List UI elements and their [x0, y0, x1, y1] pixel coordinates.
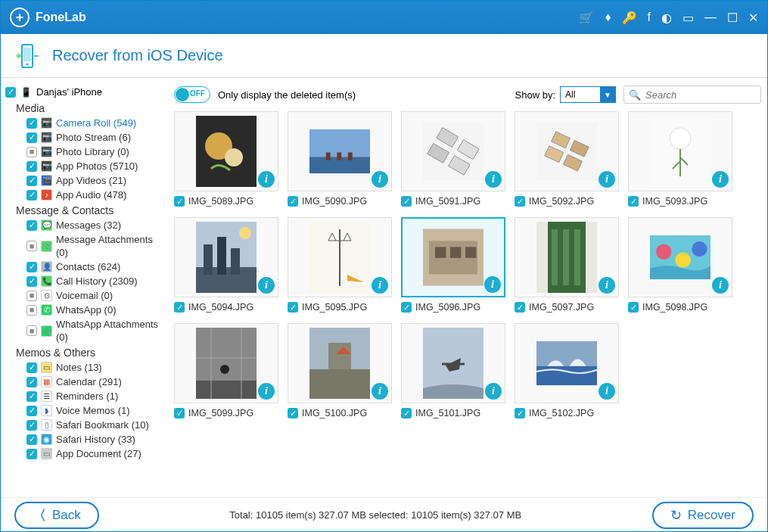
cart-icon[interactable]: 🛒 [579, 11, 594, 25]
info-icon[interactable]: i [372, 277, 388, 294]
thumbnail-image[interactable]: i [174, 217, 278, 297]
thumbnail[interactable]: i✓IMG_5097.JPG [515, 217, 619, 313]
checkbox[interactable]: ✓ [26, 220, 37, 231]
checkbox[interactable]: ✓ [26, 377, 37, 387]
checkbox[interactable]: ✓ [26, 449, 37, 459]
info-icon[interactable]: i [372, 171, 388, 188]
checkbox[interactable]: ✓ [26, 276, 37, 287]
info-icon[interactable]: i [599, 277, 615, 294]
thumbnail-checkbox[interactable]: ✓ [401, 302, 412, 313]
sidebar-message-2[interactable]: ✓👤Contacts (624) [5, 260, 160, 274]
thumbnail[interactable]: i✓IMG_5089.JPG [174, 111, 278, 207]
checkbox[interactable]: ✓ [26, 161, 37, 172]
sidebar-message-3[interactable]: ✓📞Call History (2309) [5, 274, 160, 288]
checkbox[interactable]: ✓ [26, 406, 37, 416]
back-button[interactable]: 〈 Back [14, 502, 99, 529]
sidebar-memos-0[interactable]: ✓▭Notes (13) [5, 360, 160, 375]
thumbnail-checkbox[interactable]: ✓ [174, 196, 185, 207]
sidebar-media-1[interactable]: ✓📷Photo Stream (6) [5, 130, 160, 145]
minimize-button[interactable]: — [704, 11, 717, 24]
info-icon[interactable]: i [712, 171, 729, 188]
sidebar-message-0[interactable]: ✓💬Messages (32) [5, 218, 160, 232]
checkbox[interactable]: ✓ [26, 190, 37, 201]
thumbnail-image[interactable]: i [515, 111, 619, 191]
thumbnail-checkbox[interactable]: ✓ [174, 302, 185, 313]
thumbnail-image[interactable]: i [174, 111, 278, 191]
thumbnail-image[interactable]: i [628, 111, 732, 191]
showby-dropdown[interactable]: All ▼ [560, 86, 616, 103]
thumbnail-image[interactable]: i [401, 217, 505, 297]
thumbnail-checkbox[interactable]: ✓ [288, 408, 298, 418]
sidebar-message-1[interactable]: ■📎Message Attachments (0) [5, 232, 160, 260]
checkbox[interactable]: ✓ [26, 132, 37, 143]
checkbox[interactable]: ■ [26, 305, 37, 316]
thumbnail-image[interactable]: i [174, 323, 278, 403]
checkbox[interactable]: ✓ [26, 176, 37, 186]
checkbox[interactable]: ■ [26, 241, 37, 251]
thumbnail-checkbox[interactable]: ✓ [288, 302, 298, 313]
sidebar-memos-1[interactable]: ✓▦Calendar (291) [5, 375, 160, 389]
diamond-icon[interactable]: ♦ [605, 11, 611, 24]
thumbnail-image[interactable]: i [515, 217, 619, 297]
device-checkbox[interactable]: ✓ [5, 87, 16, 98]
info-icon[interactable]: i [712, 277, 729, 294]
thumbnail[interactable]: i✓IMG_5102.JPG [515, 323, 619, 418]
thumbnail[interactable]: i✓IMG_5101.JPG [401, 323, 505, 418]
thumbnail[interactable]: i✓IMG_5098.JPG [628, 217, 732, 313]
sidebar-memos-5[interactable]: ✓◉Safari History (33) [5, 432, 160, 446]
info-icon[interactable]: i [485, 383, 502, 400]
sidebar-media-4[interactable]: ✓🎬App Videos (21) [5, 173, 160, 188]
info-icon[interactable]: i [599, 383, 615, 400]
checkbox[interactable]: ✓ [26, 362, 37, 373]
thumbnail[interactable]: i✓IMG_5093.JPG [628, 111, 732, 207]
checkbox[interactable]: ✓ [26, 420, 37, 431]
thumbnail-checkbox[interactable]: ✓ [401, 196, 412, 207]
thumbnail-checkbox[interactable]: ✓ [174, 408, 185, 418]
info-icon[interactable]: i [372, 383, 388, 400]
info-icon[interactable]: i [258, 171, 275, 188]
close-button[interactable]: ✕ [748, 11, 758, 25]
sidebar-memos-2[interactable]: ✓☰Reminders (1) [5, 389, 160, 403]
thumbnail-image[interactable]: i [401, 111, 505, 191]
thumbnail-checkbox[interactable]: ✓ [401, 408, 412, 418]
sidebar-message-5[interactable]: ■✆WhatsApp (0) [5, 303, 160, 317]
thumbnail-image[interactable]: i [628, 217, 732, 297]
sidebar-media-0[interactable]: ✓📷Camera Roll (549) [5, 116, 160, 130]
maximize-button[interactable]: ☐ [727, 11, 738, 25]
search-box[interactable]: 🔍 [623, 86, 761, 104]
checkbox[interactable]: ✓ [26, 262, 37, 272]
sidebar-memos-3[interactable]: ✓◗Voice Memos (1) [5, 403, 160, 418]
thumbnail[interactable]: i✓IMG_5091.JPG [401, 111, 505, 207]
sidebar-media-3[interactable]: ✓📷App Photos (5710) [5, 159, 160, 173]
checkbox[interactable]: ■ [26, 325, 37, 336]
thumbnail-checkbox[interactable]: ✓ [515, 408, 525, 418]
sidebar-message-4[interactable]: ■⊙Voicemail (0) [5, 288, 160, 303]
thumbnail[interactable]: i✓IMG_5094.JPG [174, 217, 278, 313]
thumbnail-image[interactable]: i [288, 111, 392, 191]
thumbnail-checkbox[interactable]: ✓ [628, 302, 639, 313]
key-icon[interactable]: 🔑 [622, 11, 637, 25]
help-icon[interactable]: ◐ [661, 11, 672, 25]
thumbnail-checkbox[interactable]: ✓ [515, 302, 525, 313]
checkbox[interactable]: ■ [26, 291, 37, 301]
info-icon[interactable]: i [485, 171, 502, 188]
info-icon[interactable]: i [258, 277, 275, 294]
feedback-icon[interactable]: ▭ [682, 11, 694, 25]
deleted-only-toggle[interactable]: OFF [174, 86, 210, 103]
sidebar-memos-6[interactable]: ✓▭App Document (27) [5, 446, 160, 461]
sidebar-media-5[interactable]: ✓♪App Audio (478) [5, 188, 160, 202]
checkbox[interactable]: ✓ [26, 391, 37, 402]
sidebar-message-6[interactable]: ■📎WhatsApp Attachments (0) [5, 317, 160, 344]
thumbnail-image[interactable]: i [288, 323, 392, 403]
thumbnail[interactable]: i✓IMG_5092.JPG [515, 111, 619, 207]
thumbnail[interactable]: i✓IMG_5096.JPG [401, 217, 505, 313]
thumbnail-image[interactable]: i [401, 323, 505, 403]
checkbox[interactable]: ✓ [26, 118, 37, 129]
thumbnail-checkbox[interactable]: ✓ [288, 196, 298, 207]
thumbnail-checkbox[interactable]: ✓ [515, 196, 525, 207]
thumbnail-checkbox[interactable]: ✓ [628, 196, 639, 207]
checkbox[interactable]: ✓ [26, 434, 37, 445]
thumbnail[interactable]: i✓IMG_5100.JPG [288, 323, 392, 418]
info-icon[interactable]: i [599, 171, 615, 188]
recover-button[interactable]: ↻ Recover [652, 502, 754, 529]
